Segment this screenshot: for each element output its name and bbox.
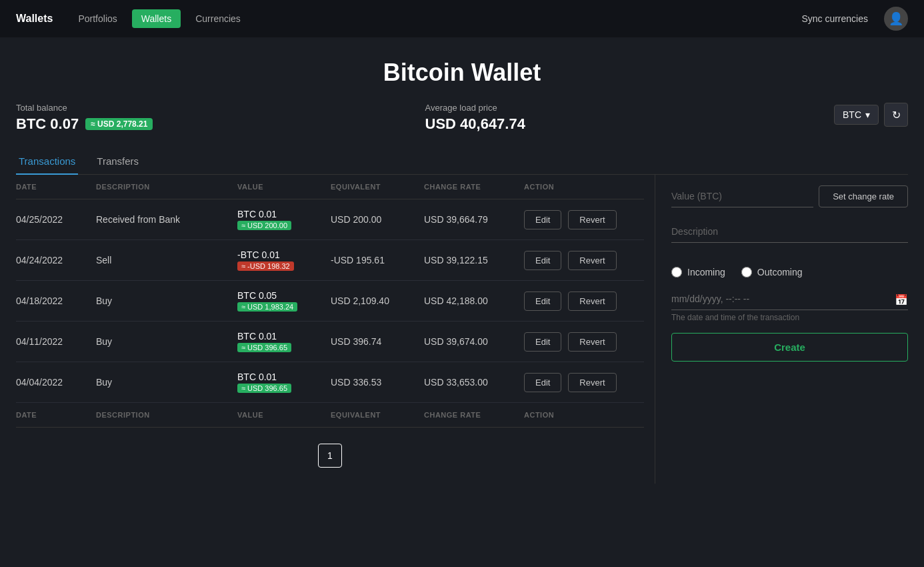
cell-equivalent: USD 200.00 [331, 214, 424, 225]
edit-button[interactable]: Edit [524, 373, 561, 392]
cell-value: BTC 0.01 ≈ USD 396.65 [237, 372, 331, 393]
cell-equivalent: -USD 195.61 [331, 255, 424, 265]
cell-description: Sell [96, 255, 237, 265]
refresh-button[interactable]: ↻ [884, 103, 908, 127]
nav-link-wallets[interactable]: Wallets [132, 9, 181, 28]
edit-button[interactable]: Edit [524, 332, 561, 352]
sync-currencies-button[interactable]: Sync currencies [801, 13, 868, 24]
cell-date: 04/18/2022 [16, 296, 96, 306]
cell-date: 04/25/2022 [16, 214, 96, 225]
col-action: ACTION [524, 183, 644, 191]
cell-date: 04/24/2022 [16, 255, 96, 265]
revert-button[interactable]: Revert [568, 251, 616, 270]
avg-price-label: Average load price [425, 103, 835, 113]
col-description: DESCRIPTION [96, 183, 237, 191]
avatar-icon: 👤 [889, 11, 903, 26]
value-usd-badge: ≈ -USD 198.32 [237, 261, 294, 271]
value-row: Set change rate [671, 185, 908, 207]
balance-btc: BTC 0.07 [16, 115, 79, 133]
table-body: 04/25/2022 Received from Bank BTC 0.01 ≈… [16, 199, 644, 403]
cell-actions: Edit Revert [524, 292, 644, 311]
table-row: 04/11/2022 Buy BTC 0.01 ≈ USD 396.65 USD… [16, 322, 644, 362]
footer-col-equivalent: EQUIVALENT [331, 411, 424, 419]
cell-equivalent: USD 2,109.40 [331, 296, 424, 306]
tabs-section: Transactions Transfers [16, 149, 908, 175]
edit-button[interactable]: Edit [524, 251, 561, 270]
datetime-wrap: 📅 [671, 288, 908, 310]
datetime-input[interactable] [671, 288, 908, 310]
value-usd-badge: ≈ USD 396.65 [237, 384, 291, 393]
avg-price-amount: USD 40,647.74 [425, 115, 835, 133]
incoming-radio-label[interactable]: Incoming [671, 267, 725, 277]
avg-price-section: Average load price USD 40,647.74 [425, 103, 835, 133]
description-input[interactable] [671, 221, 908, 243]
col-change-rate: CHANGE RATE [424, 183, 524, 191]
transactions-table: DATE DESCRIPTION VALUE EQUIVALENT CHANGE… [16, 175, 644, 484]
cell-change-rate: USD 42,188.00 [424, 296, 524, 306]
value-usd-badge: ≈ USD 396.65 [237, 343, 291, 352]
value-usd-badge: ≈ USD 1,983.24 [237, 302, 297, 312]
radio-group: Incoming Outcoming [671, 256, 908, 288]
cell-actions: Edit Revert [524, 332, 644, 352]
currency-dropdown[interactable]: BTC ▾ [834, 105, 879, 125]
cell-change-rate: USD 39,664.79 [424, 214, 524, 225]
col-date: DATE [16, 183, 96, 191]
transaction-form: Set change rate Incoming Outcoming 📅 [655, 175, 908, 484]
outcoming-radio-label[interactable]: Outcoming [741, 267, 803, 277]
value-btc-input[interactable] [671, 185, 813, 207]
cell-value: BTC 0.01 ≈ USD 396.65 [237, 331, 331, 352]
revert-button[interactable]: Revert [568, 292, 616, 311]
page-title: Bitcoin Wallet [0, 59, 924, 87]
balance-label: Total balance [16, 103, 425, 113]
value-main: BTC 0.05 [237, 290, 331, 301]
cell-description: Buy [96, 296, 237, 306]
cell-change-rate: USD 39,122.15 [424, 255, 524, 265]
cell-date: 04/11/2022 [16, 336, 96, 347]
cell-date: 04/04/2022 [16, 377, 96, 388]
edit-button[interactable]: Edit [524, 292, 561, 311]
nav-link-currencies[interactable]: Currencies [186, 9, 250, 28]
cell-value: BTC 0.01 ≈ USD 200.00 [237, 209, 331, 230]
cell-value: -BTC 0.01 ≈ -USD 198.32 [237, 249, 331, 271]
value-input-wrap [671, 185, 813, 207]
table-row: 04/25/2022 Received from Bank BTC 0.01 ≈… [16, 199, 644, 240]
description-field [671, 221, 908, 243]
cell-actions: Edit Revert [524, 373, 644, 392]
footer-col-description: DESCRIPTION [96, 411, 237, 419]
edit-button[interactable]: Edit [524, 210, 561, 229]
cell-change-rate: USD 39,674.00 [424, 336, 524, 347]
footer-col-action: ACTION [524, 411, 644, 419]
avatar[interactable]: 👤 [884, 7, 908, 31]
revert-button[interactable]: Revert [568, 210, 616, 229]
col-equivalent: EQUIVALENT [331, 183, 424, 191]
balance-amount: BTC 0.07 ≈ USD 2,778.21 [16, 115, 425, 133]
chevron-down-icon: ▾ [865, 109, 870, 120]
create-button[interactable]: Create [671, 333, 908, 362]
cell-equivalent: USD 336.53 [331, 377, 424, 388]
datetime-hint: The date and time of the transaction [671, 313, 908, 322]
table-row: 04/24/2022 Sell -BTC 0.01 ≈ -USD 198.32 … [16, 240, 644, 281]
incoming-label: Incoming [687, 267, 725, 277]
revert-button[interactable]: Revert [568, 373, 616, 392]
revert-button[interactable]: Revert [568, 332, 616, 352]
cell-actions: Edit Revert [524, 251, 644, 270]
cell-value: BTC 0.05 ≈ USD 1,983.24 [237, 290, 331, 312]
page-1-button[interactable]: 1 [318, 444, 342, 468]
tab-transactions[interactable]: Transactions [16, 149, 78, 175]
nav-brand: Wallets [16, 13, 53, 25]
incoming-radio[interactable] [671, 267, 682, 277]
cell-equivalent: USD 396.74 [331, 336, 424, 347]
balance-usd-badge: ≈ USD 2,778.21 [85, 118, 153, 130]
main-content: Total balance BTC 0.07 ≈ USD 2,778.21 Av… [0, 103, 924, 484]
nav-link-portfolios[interactable]: Portfolios [69, 9, 126, 28]
footer-col-date: DATE [16, 411, 96, 419]
tab-transfers[interactable]: Transfers [94, 149, 141, 175]
set-change-rate-button[interactable]: Set change rate [819, 185, 908, 207]
footer-col-change-rate: CHANGE RATE [424, 411, 524, 419]
cell-description: Received from Bank [96, 214, 237, 225]
calendar-icon: 📅 [895, 294, 908, 306]
value-main: BTC 0.01 [237, 372, 331, 382]
table-row: 04/18/2022 Buy BTC 0.05 ≈ USD 1,983.24 U… [16, 281, 644, 322]
currency-value: BTC [843, 109, 861, 120]
outcoming-radio[interactable] [741, 267, 752, 277]
